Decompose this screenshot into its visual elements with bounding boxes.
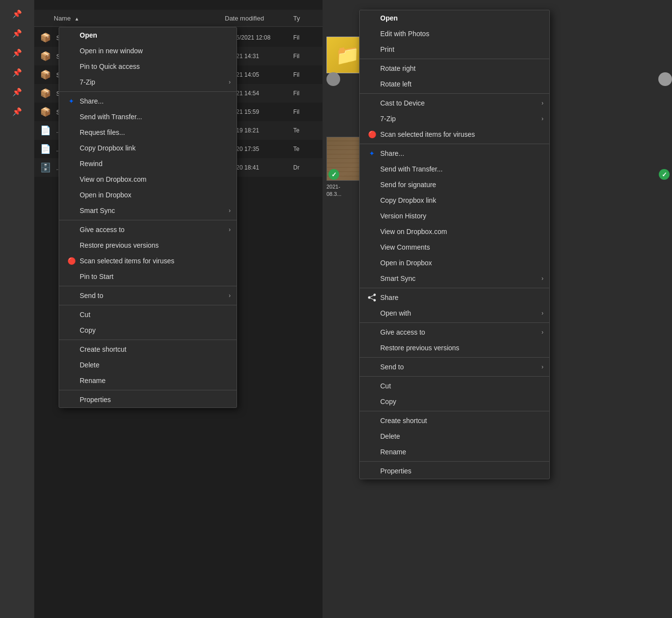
shortcut-icon (67, 345, 76, 354)
menu-separator (360, 376, 549, 377)
file-icon-text: 📄 (34, 144, 56, 154)
menu-item-send-transfer-right[interactable]: Send with Transfer... (360, 161, 549, 177)
menu-item-open-with[interactable]: Open with › (360, 305, 549, 321)
menu-item-rewind[interactable]: Rewind (59, 156, 237, 171)
menu-separator (59, 220, 237, 220)
menu-item-pin-quick-access[interactable]: Pin to Quick access (59, 59, 237, 74)
menu-item-send-signature[interactable]: Send for signature (360, 177, 549, 192)
menu-item-copy[interactable]: Copy (59, 322, 237, 338)
menu-item-cut-right[interactable]: Cut (360, 378, 549, 394)
menu-item-view-dropbox[interactable]: View on Dropbox.com (59, 171, 237, 187)
open-icon (368, 14, 376, 22)
menu-item-7zip-right[interactable]: 7-Zip › (360, 111, 549, 127)
menu-separator (360, 411, 549, 411)
arrow-icon: › (542, 115, 543, 122)
menu-item-share-dropbox[interactable]: ✦ Share... (59, 93, 237, 109)
pin-icon (67, 62, 76, 71)
menu-item-open-new-window[interactable]: Open in new window (59, 43, 237, 59)
menu-item-restore[interactable]: Restore previous versions (59, 237, 237, 253)
menu-item-create-shortcut[interactable]: Create shortcut (59, 341, 237, 357)
menu-item-view-comments[interactable]: View Comments (360, 239, 549, 255)
menu-item-send-to[interactable]: Send to › (59, 288, 237, 303)
dropbox-sync-check: ✓ (328, 169, 339, 180)
malware-scan-icon: 🔴 (67, 256, 76, 265)
menu-item-rotate-right[interactable]: Rotate right (360, 61, 549, 76)
menu-item-open[interactable]: Open (59, 27, 237, 43)
menu-item-share-windows[interactable]: Share (360, 290, 549, 305)
menu-item-cut[interactable]: Cut (59, 307, 237, 322)
rotate-left-icon (368, 80, 376, 88)
menu-item-edit-photos[interactable]: Edit with Photos (360, 26, 549, 42)
access-icon (368, 328, 376, 337)
menu-item-copy-dropbox-link-right[interactable]: Copy Dropbox link (360, 192, 549, 208)
menu-item-smart-sync[interactable]: Smart Sync › (59, 203, 237, 218)
copy-icon (368, 397, 376, 406)
menu-separator (59, 91, 237, 92)
col-header-name[interactable]: Name ▲ (34, 15, 225, 22)
arrow-icon: › (229, 79, 231, 85)
link-icon (368, 196, 376, 205)
menu-item-copy-dropbox-link[interactable]: Copy Dropbox link (59, 140, 237, 156)
menu-item-delete[interactable]: Delete (59, 357, 237, 373)
menu-item-request-files[interactable]: Request files... (59, 125, 237, 140)
sidebar-icon-pin2[interactable]: 📌 (7, 24, 27, 42)
menu-item-rename[interactable]: Rename (59, 373, 237, 388)
menu-item-share-dropbox-right[interactable]: ✦ Share... (360, 146, 549, 161)
col-header-type[interactable]: Ty (293, 15, 323, 22)
menu-item-7zip[interactable]: 7-Zip › (59, 74, 237, 90)
send-to-icon (368, 362, 376, 371)
menu-item-print[interactable]: Print (360, 42, 549, 57)
menu-item-send-transfer[interactable]: Send with Transfer... (59, 109, 237, 125)
sort-arrow: ▲ (74, 16, 79, 21)
photo-date-label: 2021-08.3... (326, 183, 342, 198)
menu-item-version-history[interactable]: Version History (360, 208, 549, 224)
dropbox-open-icon (368, 258, 376, 267)
signature-icon (368, 180, 376, 189)
menu-separator (59, 390, 237, 390)
menu-item-pin-start[interactable]: Pin to Start (59, 269, 237, 284)
file-type: Dr (293, 164, 323, 171)
menu-item-smart-sync-right[interactable]: Smart Sync › (360, 271, 549, 286)
link-icon (67, 144, 76, 152)
menu-item-scan-viruses-right[interactable]: 🔴 Scan selected items for viruses (360, 127, 549, 142)
menu-item-copy-right[interactable]: Copy (360, 394, 549, 409)
sidebar-icon-pin5[interactable]: 📌 (7, 83, 27, 101)
menu-item-rename-right[interactable]: Rename (360, 444, 549, 460)
view-icon (368, 227, 376, 236)
comments-icon (368, 243, 376, 252)
menu-item-open-dropbox-right[interactable]: Open in Dropbox (360, 255, 549, 271)
sidebar-icon-pin6[interactable]: 📌 (7, 103, 27, 120)
sidebar-icon-pin4[interactable]: 📌 (7, 64, 27, 81)
menu-item-give-access[interactable]: Give access to › (59, 222, 237, 237)
menu-separator (360, 93, 549, 94)
menu-item-send-to-right[interactable]: Send to › (360, 359, 549, 375)
sidebar-icon-pin1[interactable]: 📌 (7, 5, 27, 22)
file-icon-zip: 📦 (34, 32, 56, 43)
col-header-date[interactable]: Date modified (225, 15, 293, 22)
menu-item-delete-right[interactable]: Delete (360, 428, 549, 444)
menu-item-open-right[interactable]: Open (360, 10, 549, 26)
menu-item-give-access-right[interactable]: Give access to › (360, 324, 549, 340)
menu-item-create-shortcut-right[interactable]: Create shortcut (360, 413, 549, 428)
file-icon-zip: 📦 (34, 88, 56, 99)
menu-item-properties[interactable]: Properties (59, 392, 237, 407)
menu-item-cast-device[interactable]: Cast to Device › (360, 95, 549, 111)
pin-start-icon (67, 272, 76, 281)
rotate-right-icon (368, 64, 376, 73)
edit-photos-icon (368, 29, 376, 38)
transfer-icon (67, 112, 76, 121)
sidebar-icon-pin3[interactable]: 📌 (7, 44, 27, 62)
cast-icon (368, 99, 376, 107)
dropbox-share-icon: ✦ (67, 97, 76, 106)
properties-icon (368, 467, 376, 475)
menu-item-restore-right[interactable]: Restore previous versions (360, 340, 549, 356)
menu-item-properties-right[interactable]: Properties (360, 463, 549, 479)
column-header: Name ▲ Date modified Ty (34, 10, 323, 27)
restore-icon (368, 343, 376, 352)
menu-separator (360, 322, 549, 323)
menu-item-view-dropbox-right[interactable]: View on Dropbox.com (360, 224, 549, 239)
file-type: Te (293, 146, 323, 152)
menu-item-scan-viruses[interactable]: 🔴 Scan selected items for viruses (59, 253, 237, 269)
menu-item-open-dropbox[interactable]: Open in Dropbox (59, 187, 237, 203)
menu-item-rotate-left[interactable]: Rotate left (360, 76, 549, 92)
